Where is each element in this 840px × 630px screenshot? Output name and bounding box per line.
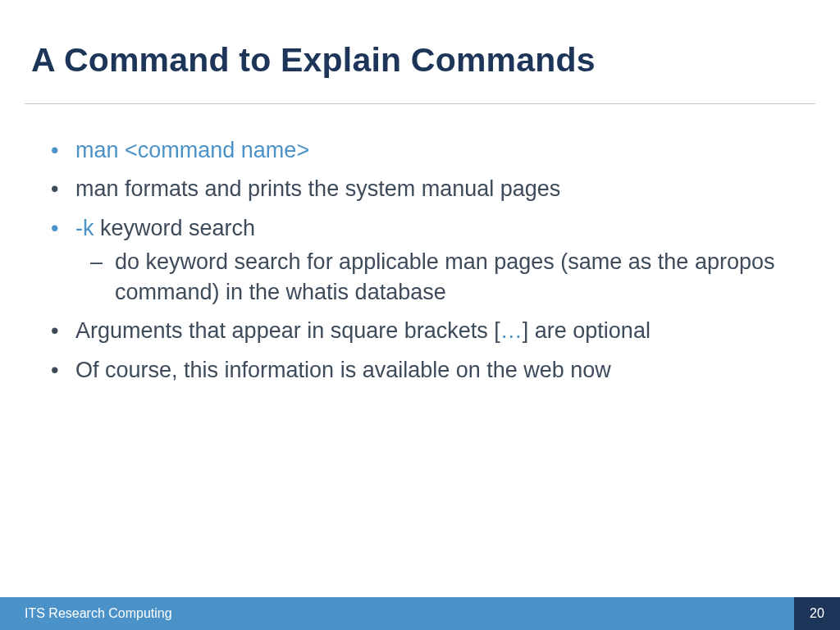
bullet-text-prefix: -k bbox=[75, 216, 94, 240]
page-number: 20 bbox=[794, 597, 840, 630]
bullet-item: -k keyword search do keyword search for … bbox=[33, 213, 807, 307]
bullet-text: man formats and prints the system manual… bbox=[75, 176, 560, 201]
sub-bullet-text: do keyword search for applicable man pag… bbox=[115, 249, 774, 304]
bullet-item: Arguments that appear in square brackets… bbox=[33, 316, 807, 345]
bullet-item: Of course, this information is available… bbox=[33, 355, 807, 385]
bullet-text-a: Arguments that appear in square brackets… bbox=[75, 318, 500, 343]
bullet-text: man <command name> bbox=[75, 138, 309, 162]
bullet-text: Of course, this information is available… bbox=[75, 358, 611, 382]
bullet-list: man <command name> man formats and print… bbox=[33, 135, 807, 385]
bullet-item: man <command name> bbox=[33, 135, 807, 165]
title-divider bbox=[25, 103, 815, 104]
bullet-text-b: ] are optional bbox=[523, 318, 651, 343]
slide: A Command to Explain Commands man <comma… bbox=[0, 0, 840, 630]
footer-bar: ITS Research Computing 20 bbox=[0, 597, 840, 630]
bullet-text-rest: keyword search bbox=[94, 216, 256, 240]
sub-bullet-item: do keyword search for applicable man pag… bbox=[75, 247, 807, 307]
footer-org: ITS Research Computing bbox=[0, 606, 794, 621]
slide-body: man <command name> man formats and print… bbox=[33, 135, 807, 394]
slide-title: A Command to Explain Commands bbox=[31, 41, 809, 80]
sub-bullet-list: do keyword search for applicable man pag… bbox=[75, 247, 807, 307]
bullet-item: man formats and prints the system manual… bbox=[33, 174, 807, 203]
bullet-text-mid: … bbox=[500, 318, 523, 343]
